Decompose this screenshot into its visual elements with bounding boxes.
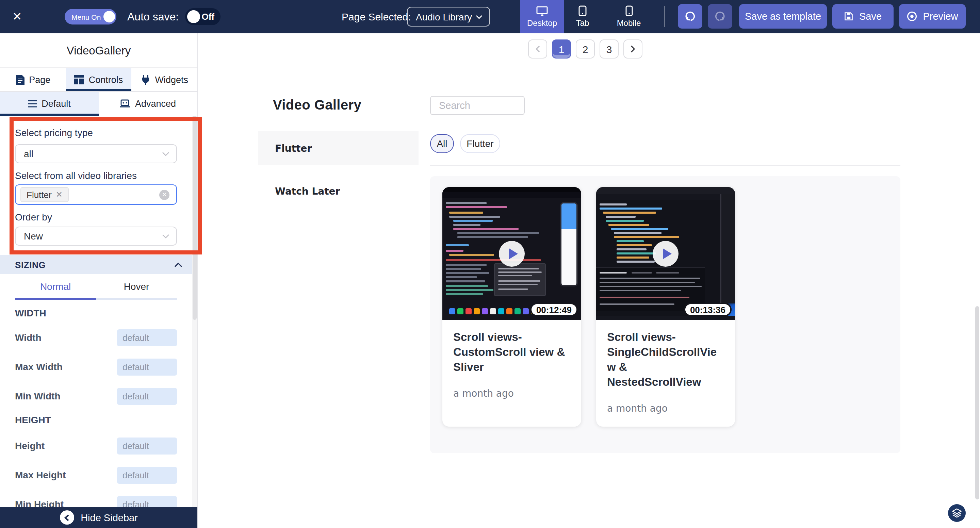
video-duration-badge: 00:12:49 [530,303,578,316]
search-input[interactable] [430,96,525,115]
hide-sidebar-label: Hide Sidebar [81,512,138,523]
chevron-down-icon [476,14,482,19]
sidebar-scrollbar[interactable] [192,116,197,507]
filter-chip-all[interactable]: All [430,134,454,153]
tablet-icon [579,5,587,16]
page-title: Video Gallery [273,97,361,113]
video-title[interactable]: Scroll views- SingleChildScrollView & Ne… [607,329,724,389]
autosave-toggle[interactable]: Off [185,8,221,25]
sizing-section-header[interactable]: SIZING [0,255,197,274]
sidebar-title: VideoGallery [0,33,197,68]
sizing-state-tabs: Normal Hover [15,274,177,300]
pagination-page-2[interactable]: 2 [576,40,595,59]
category-watch-later[interactable]: Watch Later [258,174,418,208]
tab-widgets[interactable]: Widgets [132,68,197,91]
max-height-input[interactable] [117,467,177,484]
mobile-icon [625,5,633,16]
redo-icon [714,10,726,22]
tab-widgets-label: Widgets [155,75,189,85]
save-as-template-label: Save as template [745,11,821,22]
page-selected-label: Page Selected: [342,0,411,33]
video-duration-badge: 00:13:36 [684,303,732,316]
video-age: a month ago [607,403,724,414]
play-button[interactable] [653,240,679,266]
video-thumbnail: 00:13:36 [596,187,735,320]
play-button[interactable] [499,240,525,266]
video-age: a month ago [453,388,570,399]
chevron-down-icon [162,234,169,239]
video-libraries-label: Select from all video libraries [15,170,137,181]
subtab-default-label: Default [41,99,71,109]
page-dropdown[interactable]: Audio Library [407,7,490,27]
subtab-advanced[interactable]: Advanced [99,92,197,116]
menu-toggle[interactable]: Menu On [65,9,116,24]
max-width-input[interactable] [117,359,177,375]
category-flutter[interactable]: Flutter [258,131,418,165]
close-icon[interactable]: ✕ [12,0,22,33]
tab-controls[interactable]: Controls [66,68,131,91]
layers-icon [952,508,962,518]
device-mobile-button[interactable]: Mobile [605,0,653,33]
order-by-select[interactable]: New [15,227,177,246]
filter-chip-flutter[interactable]: Flutter [460,134,500,153]
device-tab-button[interactable]: Tab [564,0,601,33]
page-icon [15,75,24,85]
video-card[interactable]: 00:13:36 Scroll views- SingleChildScroll… [596,187,735,426]
video-thumbnail: 00:12:49 [442,187,581,320]
pricing-type-select[interactable]: all [15,144,177,163]
tab-page-label: Page [29,75,50,85]
tab-controls-label: Controls [89,75,123,85]
width-input[interactable] [117,329,177,346]
preview-button[interactable]: Preview [899,4,966,29]
pagination-prev[interactable] [528,40,547,59]
order-by-value: New [24,231,43,242]
page-dropdown-value: Audio Library [416,11,472,22]
max-height-label: Max Height [15,469,66,480]
subtab-advanced-label: Advanced [135,99,176,109]
canvas: 1 2 3 Video Gallery Flutter Watch Later … [198,33,980,528]
sidebar-tabs: Page Controls Widgets [0,68,197,92]
autosave-toggle-knob [187,10,200,23]
page-scrollbar[interactable] [975,306,979,499]
min-width-input[interactable] [117,388,177,405]
video-card[interactable]: 00:12:49 Scroll views- CustomScroll view… [442,187,581,426]
pagination-next[interactable] [624,40,643,59]
video-libraries-input[interactable]: Flutter ✕ ✕ [15,184,177,205]
height-input[interactable] [117,437,177,455]
device-desktop-button[interactable]: Desktop [520,0,564,33]
save-button[interactable]: Save [832,4,894,29]
topbar-divider [664,6,665,27]
height-label: Height [15,440,45,451]
width-group-label: WIDTH [15,307,46,318]
chip-remove-icon[interactable]: ✕ [56,190,63,199]
desktop-icon [536,6,548,16]
pricing-type-value: all [24,148,33,159]
menu-toggle-label: Menu On [72,13,101,21]
state-tab-normal[interactable]: Normal [15,274,96,300]
laptop-code-icon [120,99,130,108]
hide-sidebar-button[interactable]: Hide Sidebar [0,507,197,528]
order-by-label: Order by [15,212,52,223]
chevron-up-icon [174,262,182,267]
pagination-page-1[interactable]: 1 [552,40,571,59]
video-title[interactable]: Scroll views- CustomScroll view & Sliver [453,329,570,374]
autosave-label: Auto save: [127,0,179,33]
clear-all-icon[interactable]: ✕ [159,189,169,200]
autosave-state: Off [202,8,215,25]
page: ✕ Menu On Auto save: Off Page Selected: … [0,0,980,528]
device-mobile-label: Mobile [617,18,641,28]
save-as-template-button[interactable]: Save as template [739,4,827,29]
redo-button[interactable] [708,4,732,29]
library-chip[interactable]: Flutter ✕ [21,187,69,202]
pagination-page-3[interactable]: 3 [600,40,619,59]
state-tab-hover[interactable]: Hover [96,274,177,300]
undo-icon [684,10,696,22]
sidebar-subtabs: Default Advanced [0,92,197,116]
tab-page[interactable]: Page [0,68,66,91]
undo-button[interactable] [678,4,702,29]
chevron-down-icon [162,151,169,156]
layers-floating-button[interactable] [948,504,966,522]
device-desktop-label: Desktop [527,18,557,27]
chevron-left-icon [60,510,74,525]
subtab-default[interactable]: Default [0,92,99,116]
